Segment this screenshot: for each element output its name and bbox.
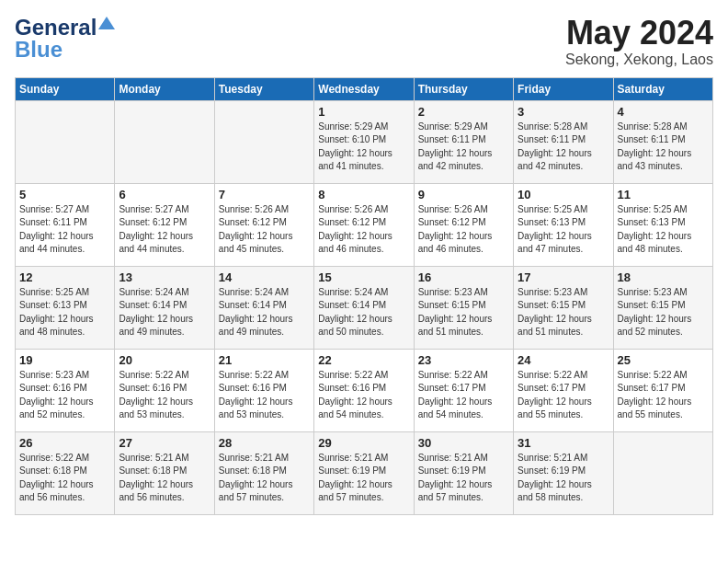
day-info: Sunrise: 5:29 AM Sunset: 6:11 PM Dayligh… (418, 121, 509, 174)
logo-bird-icon (98, 17, 115, 33)
calendar-cell: 2Sunrise: 5:29 AM Sunset: 6:11 PM Daylig… (414, 100, 513, 183)
day-number: 15 (318, 270, 409, 284)
day-info: Sunrise: 5:23 AM Sunset: 6:16 PM Dayligh… (19, 369, 110, 422)
day-number: 18 (618, 270, 709, 284)
day-number: 31 (518, 436, 609, 450)
day-info: Sunrise: 5:23 AM Sunset: 6:15 PM Dayligh… (518, 286, 609, 339)
day-number: 6 (119, 188, 210, 201)
calendar-cell: 26Sunrise: 5:22 AM Sunset: 6:18 PM Dayli… (16, 431, 115, 514)
day-info: Sunrise: 5:22 AM Sunset: 6:17 PM Dayligh… (418, 369, 509, 422)
day-info: Sunrise: 5:25 AM Sunset: 6:13 PM Dayligh… (618, 203, 709, 257)
day-header-friday: Friday (514, 77, 613, 100)
calendar-cell: 20Sunrise: 5:22 AM Sunset: 6:16 PM Dayli… (115, 349, 214, 431)
logo-blue: Blue (15, 37, 63, 63)
day-number: 9 (418, 188, 509, 201)
calendar-table: SundayMondayTuesdayWednesdayThursdayFrid… (15, 77, 713, 515)
calendar-cell: 9Sunrise: 5:26 AM Sunset: 6:12 PM Daylig… (414, 183, 513, 266)
day-number: 19 (19, 353, 110, 367)
calendar-cell: 28Sunrise: 5:21 AM Sunset: 6:18 PM Dayli… (214, 431, 313, 514)
day-number: 7 (219, 188, 310, 201)
page: General Blue May 2024 Sekong, Xekong, La… (0, 0, 728, 563)
day-number: 2 (418, 105, 509, 119)
day-number: 12 (19, 270, 110, 284)
calendar-cell: 23Sunrise: 5:22 AM Sunset: 6:17 PM Dayli… (414, 349, 513, 431)
day-info: Sunrise: 5:22 AM Sunset: 6:16 PM Dayligh… (119, 369, 210, 422)
calendar-cell: 1Sunrise: 5:29 AM Sunset: 6:10 PM Daylig… (314, 100, 414, 183)
day-number: 10 (518, 188, 609, 201)
day-header-tuesday: Tuesday (214, 77, 313, 100)
day-number: 14 (219, 270, 310, 284)
calendar-cell: 27Sunrise: 5:21 AM Sunset: 6:18 PM Dayli… (115, 431, 214, 514)
day-number: 30 (418, 436, 509, 450)
calendar-cell: 19Sunrise: 5:23 AM Sunset: 6:16 PM Dayli… (16, 349, 115, 431)
day-number: 22 (318, 353, 409, 367)
calendar-cell: 3Sunrise: 5:28 AM Sunset: 6:11 PM Daylig… (514, 100, 613, 183)
calendar-cell: 6Sunrise: 5:27 AM Sunset: 6:12 PM Daylig… (115, 183, 214, 266)
day-number: 13 (119, 270, 210, 284)
calendar-cell: 22Sunrise: 5:22 AM Sunset: 6:16 PM Dayli… (314, 349, 414, 431)
day-number: 11 (618, 188, 709, 201)
day-info: Sunrise: 5:23 AM Sunset: 6:15 PM Dayligh… (618, 286, 709, 339)
calendar-cell: 7Sunrise: 5:26 AM Sunset: 6:12 PM Daylig… (214, 183, 313, 266)
header: General Blue May 2024 Sekong, Xekong, La… (15, 15, 713, 68)
day-info: Sunrise: 5:26 AM Sunset: 6:12 PM Dayligh… (318, 203, 409, 257)
calendar-cell: 17Sunrise: 5:23 AM Sunset: 6:15 PM Dayli… (514, 266, 613, 349)
day-number: 23 (418, 353, 509, 367)
day-number: 26 (19, 436, 110, 450)
day-header-thursday: Thursday (414, 77, 513, 100)
day-info: Sunrise: 5:27 AM Sunset: 6:12 PM Dayligh… (119, 203, 210, 257)
calendar-cell: 25Sunrise: 5:22 AM Sunset: 6:17 PM Dayli… (613, 349, 712, 431)
day-info: Sunrise: 5:28 AM Sunset: 6:11 PM Dayligh… (518, 121, 609, 174)
calendar-header-row: SundayMondayTuesdayWednesdayThursdayFrid… (16, 77, 713, 100)
calendar-cell: 8Sunrise: 5:26 AM Sunset: 6:12 PM Daylig… (314, 183, 414, 266)
calendar-cell: 29Sunrise: 5:21 AM Sunset: 6:19 PM Dayli… (314, 431, 414, 514)
day-info: Sunrise: 5:27 AM Sunset: 6:11 PM Dayligh… (19, 203, 110, 257)
day-info: Sunrise: 5:28 AM Sunset: 6:11 PM Dayligh… (618, 121, 709, 174)
day-number: 17 (518, 270, 609, 284)
day-number: 24 (518, 353, 609, 367)
calendar-cell: 10Sunrise: 5:25 AM Sunset: 6:13 PM Dayli… (514, 183, 613, 266)
title-block: May 2024 Sekong, Xekong, Laos (565, 15, 713, 68)
calendar-cell: 30Sunrise: 5:21 AM Sunset: 6:19 PM Dayli… (414, 431, 513, 514)
day-info: Sunrise: 5:21 AM Sunset: 6:18 PM Dayligh… (119, 452, 210, 505)
day-number: 27 (119, 436, 210, 450)
day-info: Sunrise: 5:25 AM Sunset: 6:13 PM Dayligh… (19, 286, 110, 339)
month-title: May 2024 (565, 15, 713, 52)
calendar-cell (214, 100, 313, 183)
day-header-monday: Monday (115, 77, 214, 100)
day-number: 3 (518, 105, 609, 119)
calendar-week-0: 1Sunrise: 5:29 AM Sunset: 6:10 PM Daylig… (16, 100, 713, 183)
calendar-cell: 18Sunrise: 5:23 AM Sunset: 6:15 PM Dayli… (613, 266, 712, 349)
calendar-week-2: 12Sunrise: 5:25 AM Sunset: 6:13 PM Dayli… (16, 266, 713, 349)
logo: General Blue (15, 15, 115, 63)
day-number: 28 (219, 436, 310, 450)
calendar-cell: 5Sunrise: 5:27 AM Sunset: 6:11 PM Daylig… (16, 183, 115, 266)
day-info: Sunrise: 5:22 AM Sunset: 6:17 PM Dayligh… (518, 369, 609, 422)
calendar-cell: 16Sunrise: 5:23 AM Sunset: 6:15 PM Dayli… (414, 266, 513, 349)
day-info: Sunrise: 5:21 AM Sunset: 6:19 PM Dayligh… (318, 452, 409, 505)
day-info: Sunrise: 5:21 AM Sunset: 6:19 PM Dayligh… (418, 452, 509, 505)
day-number: 25 (618, 353, 709, 367)
day-info: Sunrise: 5:22 AM Sunset: 6:16 PM Dayligh… (318, 369, 409, 422)
day-number: 8 (318, 188, 409, 201)
day-number: 4 (618, 105, 709, 119)
day-info: Sunrise: 5:22 AM Sunset: 6:17 PM Dayligh… (618, 369, 709, 422)
day-info: Sunrise: 5:24 AM Sunset: 6:14 PM Dayligh… (119, 286, 210, 339)
calendar-cell (613, 431, 712, 514)
calendar-cell: 12Sunrise: 5:25 AM Sunset: 6:13 PM Dayli… (16, 266, 115, 349)
calendar-week-3: 19Sunrise: 5:23 AM Sunset: 6:16 PM Dayli… (16, 349, 713, 431)
calendar-week-4: 26Sunrise: 5:22 AM Sunset: 6:18 PM Dayli… (16, 431, 713, 514)
calendar-week-1: 5Sunrise: 5:27 AM Sunset: 6:11 PM Daylig… (16, 183, 713, 266)
day-number: 29 (318, 436, 409, 450)
day-info: Sunrise: 5:24 AM Sunset: 6:14 PM Dayligh… (219, 286, 310, 339)
calendar-cell: 15Sunrise: 5:24 AM Sunset: 6:14 PM Dayli… (314, 266, 414, 349)
day-info: Sunrise: 5:23 AM Sunset: 6:15 PM Dayligh… (418, 286, 509, 339)
day-number: 20 (119, 353, 210, 367)
calendar-cell: 14Sunrise: 5:24 AM Sunset: 6:14 PM Dayli… (214, 266, 313, 349)
day-info: Sunrise: 5:21 AM Sunset: 6:19 PM Dayligh… (518, 452, 609, 505)
svg-marker-0 (98, 17, 115, 29)
day-number: 5 (19, 188, 110, 201)
day-info: Sunrise: 5:22 AM Sunset: 6:18 PM Dayligh… (19, 452, 110, 505)
calendar-cell: 24Sunrise: 5:22 AM Sunset: 6:17 PM Dayli… (514, 349, 613, 431)
day-number: 16 (418, 270, 509, 284)
